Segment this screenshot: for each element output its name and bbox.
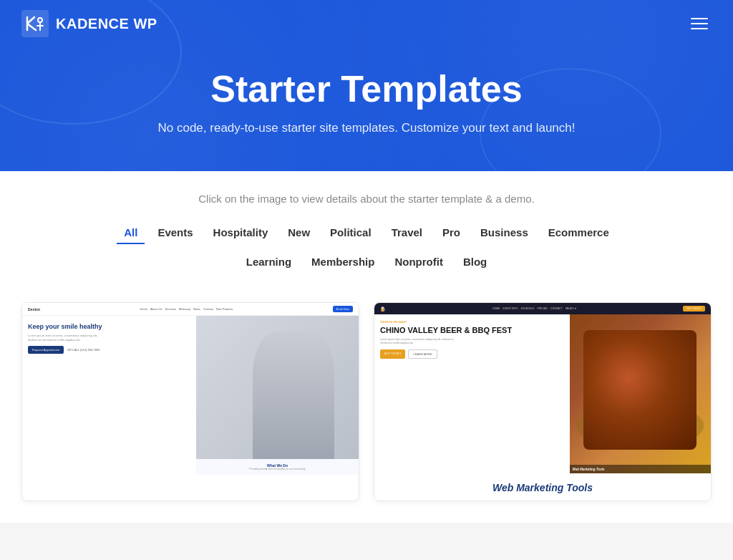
svg-point-1	[38, 18, 42, 22]
dentist-nav-links: Home About Us Services Warranty News Con…	[140, 307, 233, 311]
bbq-nav-links: HOME EVENT INFO SCHEDULE PRICING CONTACT…	[492, 307, 576, 310]
dentist-nav-about: About Us	[150, 307, 162, 311]
bbq-left: TICKETS ON SALE! CHINO VALLEY BEER & BBQ…	[374, 314, 570, 473]
bbq-nav-contact: CONTACT	[550, 307, 563, 310]
bbq-secondary-btn: LEARN MORE	[408, 349, 437, 359]
bbq-nav-pages: PAGES ▾	[565, 307, 576, 310]
dentist-image	[196, 316, 359, 475]
dentist-content: Keep your smile healthy Lorem ipsum dolo…	[22, 316, 359, 475]
hamburger-menu[interactable]	[687, 14, 712, 33]
svg-rect-0	[21, 10, 49, 37]
bbq-hero-desc: Lorem ipsum dolor sit amet, consectetur …	[380, 338, 564, 345]
dentist-left: Keep your smile healthy Lorem ipsum dolo…	[22, 316, 196, 475]
bbq-badge: TICKETS ON SALE!	[380, 320, 564, 324]
filter-tab-blog[interactable]: Blog	[456, 251, 494, 274]
filter-tab-all[interactable]: All	[117, 222, 145, 244]
template-card-bbq[interactable]: 🍺 HOME EVENT INFO SCHEDULE PRICING CONTA…	[374, 302, 712, 501]
hero-title: Starter Templates	[21, 69, 712, 110]
bbq-nav-logo: 🍺	[380, 306, 385, 312]
filter-tab-hospitality[interactable]: Hospitality	[206, 222, 276, 244]
filter-tab-ecommerce[interactable]: Ecommerce	[541, 222, 616, 244]
filter-tab-political[interactable]: Political	[323, 222, 379, 244]
dentist-hero-title: Keep your smile healthy	[28, 323, 190, 331]
dentist-nav-cta: Book Now	[333, 306, 353, 312]
logo-area[interactable]: KADENCE WP	[21, 10, 157, 37]
filter-tab-membership[interactable]: Membership	[304, 251, 382, 274]
dentist-nav-logo: Dentist	[28, 307, 40, 312]
dentist-nav-services: Services	[165, 307, 176, 311]
filter-tab-learning[interactable]: Learning	[239, 251, 298, 274]
template-label-bbq: Web Marketing Tools	[374, 475, 711, 501]
dentist-hero-desc: Lorem ipsum dolor sit amet, consectetur …	[28, 334, 190, 342]
hamburger-line-3	[691, 28, 708, 29]
hamburger-line-2	[691, 23, 708, 24]
navbar: KADENCE WP	[21, 0, 712, 47]
dentist-mockup: Dentist Home About Us Services Warranty …	[22, 303, 359, 475]
hero-section: Starter Templates No code, ready-to-use …	[21, 47, 712, 171]
bbq-food-image: Web Marketing Tools	[570, 314, 711, 473]
dentist-nav: Dentist Home About Us Services Warranty …	[22, 303, 359, 316]
dentist-nav-home: Home	[140, 307, 147, 311]
dentist-cta-btn: Request Appointment	[28, 346, 64, 354]
filter-tab-pro[interactable]: Pro	[435, 222, 467, 244]
instruction-text: Click on the image to view details about…	[29, 193, 704, 205]
bbq-nav-events: EVENT INFO	[503, 307, 518, 310]
hamburger-line-1	[691, 18, 708, 19]
bbq-food-label: Web Marketing Tools	[573, 468, 605, 471]
filter-section: Click on the image to view details about…	[0, 171, 733, 274]
filter-tab-new[interactable]: New	[281, 222, 317, 244]
logo-text: KADENCE WP	[56, 16, 157, 32]
bbq-nav-pricing: PRICING	[537, 307, 548, 310]
filter-tabs-row2: Learning Membership Nonprofit Blog	[29, 251, 704, 274]
dentist-right: What We Do Providing dental care for fam…	[196, 316, 359, 475]
bbq-nav-home: HOME	[492, 307, 500, 310]
template-card-dentist[interactable]: Dentist Home About Us Services Warranty …	[21, 302, 359, 501]
dentist-nav-news: News	[193, 307, 200, 311]
food-texture	[583, 330, 696, 450]
bbq-right: Web Marketing Tools	[570, 314, 711, 473]
filter-tab-events[interactable]: Events	[150, 222, 200, 244]
dentist-nav-contact: Contact	[203, 307, 213, 311]
filter-tab-nonprofit[interactable]: Nonprofit	[387, 251, 450, 274]
template-preview-dentist: Dentist Home About Us Services Warranty …	[22, 303, 359, 475]
page-wrapper: KADENCE WP Starter Templates No code, re…	[0, 0, 733, 523]
dentist-nav-patients: New Patients	[216, 307, 233, 311]
bbq-hero-title: CHINO VALLEY BEER & BBQ FEST	[380, 326, 564, 334]
hero-subtitle: No code, ready-to-use starter site templ…	[21, 121, 712, 135]
filter-tabs-row1: All Events Hospitality New Political Tra…	[29, 222, 704, 244]
dentist-bottom: What We Do Providing dental care for fam…	[196, 459, 359, 475]
bbq-cta-btn: BUY TICKET	[380, 349, 405, 359]
kadence-logo-icon	[21, 10, 49, 37]
bbq-food-overlay: Web Marketing Tools	[570, 465, 711, 473]
dentist-call-text: OR CALL (213) 456-7890	[67, 348, 99, 352]
template-preview-bbq: 🍺 HOME EVENT INFO SCHEDULE PRICING CONTA…	[374, 303, 711, 475]
dentist-bottom-desc: Providing dental care for families in ou…	[202, 468, 353, 470]
filter-tab-business[interactable]: Business	[473, 222, 535, 244]
templates-grid: Dentist Home About Us Services Warranty …	[0, 288, 733, 523]
dentist-person-img	[253, 332, 334, 475]
bbq-content: TICKETS ON SALE! CHINO VALLEY BEER & BBQ…	[374, 314, 711, 473]
bbq-nav-cta: BUY TICKET	[683, 306, 705, 312]
site-header: KADENCE WP Starter Templates No code, re…	[0, 0, 733, 171]
bbq-nav: 🍺 HOME EVENT INFO SCHEDULE PRICING CONTA…	[374, 303, 711, 314]
bbq-nav-schedule: SCHEDULE	[520, 307, 534, 310]
dentist-nav-warranty: Warranty	[179, 307, 190, 311]
bbq-buttons: BUY TICKET LEARN MORE	[380, 349, 564, 359]
bbq-mockup: 🍺 HOME EVENT INFO SCHEDULE PRICING CONTA…	[374, 303, 711, 475]
filter-tab-travel[interactable]: Travel	[384, 222, 429, 244]
